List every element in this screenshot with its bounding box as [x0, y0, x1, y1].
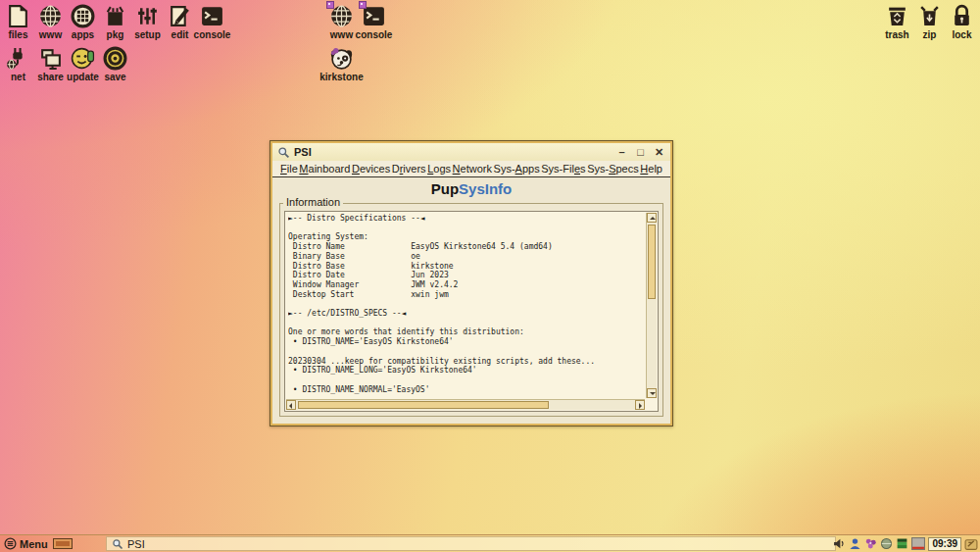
scroll-left-button[interactable] — [286, 400, 296, 410]
menu-drivers[interactable]: Drivers — [392, 163, 426, 175]
network-plug-icon — [6, 46, 30, 71]
window-titlebar[interactable]: PSI – □ ✕ — [272, 143, 670, 161]
edit-pencil-icon — [168, 4, 192, 28]
desktop-icon-files[interactable]: files — [2, 4, 34, 40]
desktop-icon-label: save — [104, 72, 125, 82]
pager-active-desktop — [56, 541, 70, 546]
desktop-icon-console[interactable]: console — [196, 4, 228, 40]
menu-button-label: Menu — [20, 538, 48, 550]
menu-network[interactable]: Network — [453, 163, 492, 175]
flower-icon[interactable] — [864, 537, 877, 550]
desktop-icon-group-right: trash zip lock — [881, 4, 978, 46]
desktop-icon-edit[interactable]: edit — [164, 4, 196, 40]
system-tray: 09:39 — [833, 535, 979, 552]
desktop-icon-save[interactable]: save — [99, 46, 131, 82]
desktop-icon-setup[interactable]: setup — [131, 4, 164, 40]
menu-logs[interactable]: Logs — [427, 163, 451, 175]
smiley-thumbs-up-icon — [71, 46, 95, 71]
desktop-icon-label: console — [356, 29, 393, 40]
close-button[interactable]: ✕ — [653, 144, 665, 160]
desktop-icon-pkg[interactable]: pkg — [99, 4, 131, 40]
info-text-view[interactable]: ►-- Distro Specifications --◄ Operating … — [284, 211, 659, 412]
cpu-load-icon[interactable] — [911, 537, 925, 550]
desktop-icon-label: www — [330, 29, 353, 40]
menu-file[interactable]: File — [280, 163, 298, 175]
zip-bin-icon — [917, 4, 942, 28]
menu-help[interactable]: Help — [640, 163, 662, 175]
desktop-icon-trash[interactable]: trash — [881, 4, 913, 40]
scroll-right-button[interactable] — [635, 400, 645, 410]
globe-icon — [38, 4, 63, 28]
minimize-button[interactable]: – — [615, 144, 628, 160]
taskbar: Menu PSI 09:39 — [0, 534, 980, 552]
sliders-icon — [135, 4, 160, 28]
window-title: PSI — [294, 146, 312, 158]
desktop-icon-group-left: files www apps pkg setup edit — [2, 4, 228, 88]
information-frame: Information ►-- Distro Specifications --… — [279, 203, 663, 417]
desktop: files www apps pkg setup edit — [0, 0, 980, 552]
desktop-icon-label: zip — [923, 29, 937, 40]
menu-button[interactable]: Menu — [0, 535, 56, 552]
info-text: ►-- Distro Specifications --◄ Operating … — [288, 214, 644, 398]
desktop-icon-label: pkg — [107, 29, 124, 40]
vertical-scrollbar[interactable] — [646, 213, 657, 398]
desktop-icon-net[interactable]: net — [2, 46, 34, 82]
vertical-scroll-thumb[interactable] — [648, 225, 656, 299]
menu-devices[interactable]: Devices — [352, 163, 390, 175]
stack-icon[interactable] — [896, 537, 908, 550]
desktop-icon-console-alt[interactable]: console — [358, 4, 390, 40]
menu-sys-specs[interactable]: Sys-Specs — [587, 163, 639, 175]
horizontal-scroll-thumb[interactable] — [298, 401, 549, 409]
desktop-icon-label: lock — [952, 29, 971, 40]
desktop-icon-www-alt[interactable]: www — [325, 4, 358, 40]
scroll-down-button[interactable] — [647, 388, 657, 398]
desktop-icon-label: apps — [72, 29, 94, 40]
task-button-psi[interactable]: PSI — [106, 536, 836, 551]
user-icon[interactable] — [849, 537, 861, 550]
files-icon — [6, 4, 30, 28]
desktop-icon-label: kirkstone — [319, 72, 363, 82]
frame-label: Information — [283, 196, 343, 208]
menu-sys-apps[interactable]: Sys-Apps — [494, 163, 540, 175]
scroll-up-button[interactable] — [647, 213, 657, 223]
menu-bar: File Mainboard Devices Drivers Logs Netw… — [272, 161, 670, 177]
window-body: PupSysInfo Information ►-- Distro Specif… — [272, 177, 670, 424]
desktop-icon-www[interactable]: www — [34, 4, 67, 40]
orb-icon[interactable] — [880, 537, 893, 550]
sticker-badge-icon — [326, 1, 334, 9]
desk-icon[interactable] — [964, 537, 978, 551]
desktop-icon-update[interactable]: update — [67, 46, 99, 82]
menu-sys-files[interactable]: Sys-Files — [541, 163, 585, 175]
desktop-icon-kirkstone[interactable]: kirkstone — [325, 46, 358, 82]
app-heading-part1: Pup — [431, 180, 459, 197]
menu-mainboard[interactable]: Mainboard — [299, 163, 350, 175]
desktop-icon-group-middle: www console kirkstone — [325, 4, 390, 88]
desktop-icon-label: files — [8, 29, 27, 40]
sticker-badge-icon — [359, 1, 367, 9]
terminal-icon — [200, 4, 224, 28]
desktop-icon-share[interactable]: share — [34, 46, 67, 82]
magnifier-icon — [112, 538, 123, 550]
task-button-label: PSI — [127, 538, 145, 550]
desktop-pager[interactable] — [53, 538, 73, 549]
desktop-icon-label: setup — [134, 29, 161, 40]
taskbar-clock: 09:39 — [928, 537, 961, 551]
volume-icon[interactable] — [833, 537, 846, 550]
maximize-button[interactable]: □ — [634, 144, 647, 160]
desktop-icon-zip[interactable]: zip — [913, 4, 946, 40]
puppy-face-icon — [329, 46, 354, 71]
desktop-icon-apps[interactable]: apps — [67, 4, 99, 40]
trash-recycle-icon — [885, 4, 909, 28]
app-heading-part2: SysInfo — [459, 180, 512, 197]
apps-grid-icon — [71, 4, 95, 28]
desktop-icon-lock[interactable]: lock — [946, 4, 978, 40]
desktop-icon-label: console — [194, 29, 231, 40]
horizontal-scrollbar[interactable] — [286, 399, 645, 410]
desktop-icon-label: edit — [172, 29, 189, 40]
shared-screens-icon — [38, 46, 63, 71]
padlock-icon — [950, 4, 974, 28]
magnifier-icon — [277, 146, 290, 159]
desktop-icon-label: update — [67, 72, 99, 82]
desktop-icon-label: net — [11, 72, 25, 82]
psi-window: PSI – □ ✕ File Mainboard Devices Drivers… — [270, 140, 673, 427]
